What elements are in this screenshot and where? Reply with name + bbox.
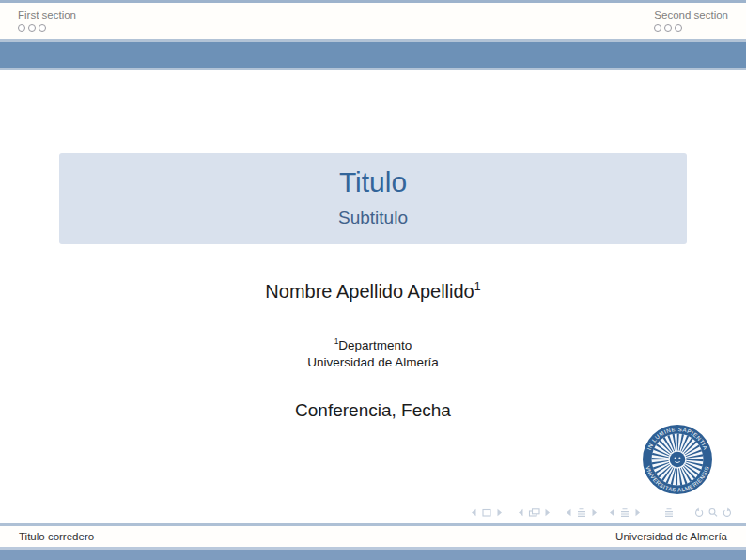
section-link-second[interactable]: Second section — [654, 9, 728, 21]
bottom-accent-bar — [0, 550, 746, 560]
author-line: Nombre Apellido Apellido1 — [0, 280, 746, 303]
author-name: Nombre Apellido Apellido — [265, 281, 474, 302]
search-icon[interactable] — [707, 507, 719, 518]
title-box: Titulo Subtitulo — [59, 153, 687, 244]
institute-department: Departmento — [338, 338, 412, 352]
institute-block: 1Departmento Universidad de Almería — [0, 336, 746, 372]
slide-dot-icon[interactable] — [675, 24, 682, 32]
slide-dot-icon[interactable] — [18, 24, 25, 32]
header-color-band — [0, 42, 746, 68]
section-icon[interactable] — [619, 507, 630, 518]
back-icon[interactable] — [693, 507, 705, 518]
beamer-title-slide: First section Second section Titulo Subt… — [0, 0, 746, 560]
subsection-nav-group — [564, 507, 599, 518]
institute-department-line: 1Departmento — [0, 336, 746, 354]
slide-subtitle: Subtitulo — [59, 208, 687, 228]
slide-dot-icon[interactable] — [39, 24, 46, 32]
beamer-navigation-bar — [469, 506, 733, 519]
slide-title: Titulo — [59, 166, 687, 198]
first-section-slide-dots — [18, 24, 46, 32]
slide-dot-icon[interactable] — [28, 24, 36, 32]
second-section-nav: Second section — [654, 9, 728, 32]
prev-subsection-icon[interactable] — [564, 507, 573, 518]
author-footnote-mark: 1 — [474, 280, 481, 293]
slide-nav-group — [469, 507, 505, 518]
next-frame-icon[interactable] — [543, 507, 552, 518]
conference-date: Conferencia, Fecha — [0, 400, 746, 421]
institute-university: Universidad de Almería — [0, 354, 746, 372]
history-nav-group — [693, 507, 733, 518]
slide-dot-icon[interactable] — [664, 24, 672, 32]
footer-short-title: Titulo corredero — [19, 531, 94, 542]
section-nav-group — [607, 507, 643, 518]
header-separator-bottom — [0, 68, 746, 70]
first-section-nav: First section — [18, 9, 76, 32]
next-subsection-icon[interactable] — [590, 507, 599, 518]
university-seal-logo: IN LUMINE SAPIENTIA VNIVERSITAS ALMERIEN… — [642, 424, 713, 495]
appendix-icon[interactable] — [663, 507, 675, 518]
slide-icon[interactable] — [481, 507, 492, 518]
prev-slide-icon[interactable] — [469, 507, 478, 518]
second-section-slide-dots — [654, 24, 682, 32]
next-section-icon[interactable] — [633, 507, 643, 518]
section-link-first[interactable]: First section — [18, 9, 76, 21]
forward-icon[interactable] — [722, 507, 733, 518]
prev-frame-icon[interactable] — [516, 507, 525, 518]
prev-section-icon[interactable] — [607, 507, 616, 518]
frame-icon[interactable] — [528, 507, 540, 518]
slide-dot-icon[interactable] — [654, 24, 661, 32]
subsection-icon[interactable] — [576, 507, 587, 518]
footer-strip: Titulo corredero Universidad de Almería — [0, 526, 746, 547]
appendix-nav-group — [663, 507, 675, 518]
header-navigation-strip: First section Second section — [0, 3, 746, 39]
next-slide-icon[interactable] — [495, 507, 505, 518]
footer-institution: Universidad de Almería — [615, 531, 727, 542]
frame-nav-group — [516, 507, 552, 518]
